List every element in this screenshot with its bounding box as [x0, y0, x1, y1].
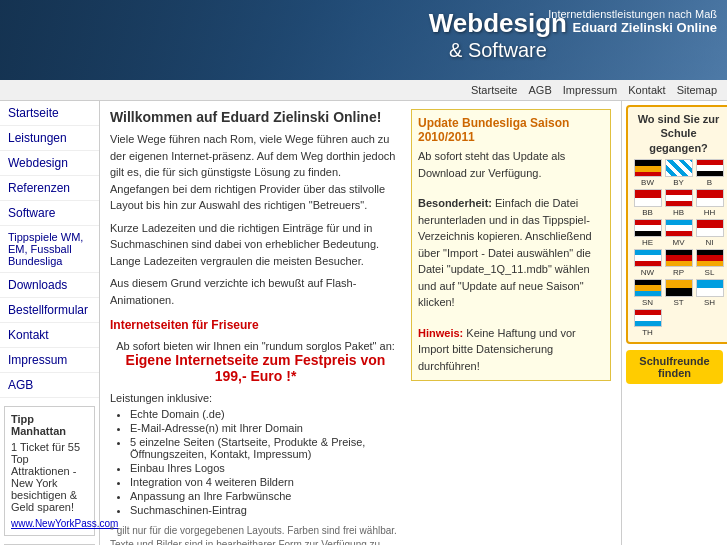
content-inner: Willkommen auf Eduard Zielinski Online! … [110, 109, 611, 545]
topnav-startseite[interactable]: Startseite [471, 84, 517, 96]
flag-label-sh: SH [704, 298, 715, 307]
flag-bb[interactable]: BB [633, 189, 662, 217]
flag-img-rp [665, 249, 693, 267]
flag-sn[interactable]: SN [633, 279, 662, 307]
flag-hb[interactable]: HB [664, 189, 693, 217]
sidebar-item-software[interactable]: Software [0, 201, 99, 226]
flag-he[interactable]: HE [633, 219, 662, 247]
info-line1: Internetdienstleistungen nach Maß [548, 8, 717, 20]
leistungen-title: Leistungen inklusive: [110, 392, 401, 404]
update-title: Update Bundesliga Saison 2010/2011 [418, 116, 604, 144]
flag-label-sl: SL [705, 268, 715, 277]
flag-label-ni: NI [706, 238, 714, 247]
sidebar-item-kontakt[interactable]: Kontakt [0, 323, 99, 348]
schule-question: Wo sind Sie zur Schule gegangen? [633, 112, 724, 155]
flag-img-th [634, 309, 662, 327]
topnav-agb[interactable]: AGB [529, 84, 552, 96]
friseure-section: Internetseiten für Friseure Ab sofort bi… [110, 318, 401, 545]
flag-img-bb [634, 189, 662, 207]
flag-th[interactable]: TH [633, 309, 662, 337]
flag-nw[interactable]: NW [633, 249, 662, 277]
disclaimer-text: * gilt nur für die vorgegebenen Layouts.… [110, 524, 401, 545]
sidebar-item-startseite[interactable]: Startseite [0, 101, 99, 126]
sidebar-item-impressum[interactable]: Impressum [0, 348, 99, 373]
sidebar-item-leistungen[interactable]: Leistungen [0, 126, 99, 151]
right-column: Wo sind Sie zur Schule gegangen? BW BY B… [622, 101, 727, 545]
besonderheit-text: Einfach die Datei herunterladen und in d… [418, 197, 592, 308]
flag-label-st: ST [673, 298, 683, 307]
flag-img-sl [696, 249, 724, 267]
sidebar-item-tippspiele[interactable]: Tippspiele WM, EM, Fussball Bundesliga [0, 226, 99, 273]
flag-img-bw [634, 159, 662, 177]
update-besonderheit: Besonderheit: Einfach die Datei herunter… [418, 195, 604, 311]
flag-img-st [665, 279, 693, 297]
flag-img-ni [696, 219, 724, 237]
welcome-heading: Willkommen auf Eduard Zielinski Online! [110, 109, 401, 125]
schule-box: Wo sind Sie zur Schule gegangen? BW BY B… [626, 105, 727, 344]
flag-label-hb: HB [673, 208, 684, 217]
flag-label-th: TH [642, 328, 653, 337]
flag-sh[interactable]: SH [695, 279, 724, 307]
header-info: Internetdienstleistungen nach Maß Eduard… [548, 8, 717, 35]
sidebar-item-bestellformular[interactable]: Bestellformular [0, 298, 99, 323]
flag-img-sh [696, 279, 724, 297]
flag-img-nw [634, 249, 662, 267]
flag-mv[interactable]: MV [664, 219, 693, 247]
flag-sl[interactable]: SL [695, 249, 724, 277]
flag-label-hh: HH [704, 208, 716, 217]
topnav-impressum[interactable]: Impressum [563, 84, 617, 96]
friseure-title: Internetseiten für Friseure [110, 318, 401, 332]
main-layout: Startseite Leistungen Webdesign Referenz… [0, 101, 727, 545]
top-navigation: Startseite AGB Impressum Kontakt Sitemap [0, 80, 727, 101]
friseure-intro: Ab sofort bieten wir Ihnen ein "rundum s… [110, 340, 401, 352]
content-left: Willkommen auf Eduard Zielinski Online! … [110, 109, 401, 545]
update-hinweis: Hinweis: Keine Haftung und vor Import bi… [418, 325, 604, 375]
flag-img-he [634, 219, 662, 237]
header: Webdesign & Software Internetdienstleist… [0, 0, 727, 80]
update-box: Update Bundesliga Saison 2010/2011 Ab so… [411, 109, 611, 381]
sidebar-item-agb[interactable]: AGB [0, 373, 99, 398]
title-line1: Webdesign [429, 8, 567, 39]
flag-label-b: B [707, 178, 712, 187]
flag-img-hh [696, 189, 724, 207]
flag-label-bw: BW [641, 178, 654, 187]
flag-img-by [665, 159, 693, 177]
sidebar-item-downloads[interactable]: Downloads [0, 273, 99, 298]
tipp-text: 1 Ticket für 55 Top Attraktionen - New Y… [11, 441, 88, 513]
friseure-price: Eigene Internetseite zum Festpreis von 1… [110, 352, 401, 384]
flag-b[interactable]: B [695, 159, 724, 187]
topnav-kontakt[interactable]: Kontakt [628, 84, 665, 96]
schulfreu-box[interactable]: Schulfreunde finden [626, 350, 723, 384]
flag-st[interactable]: ST [664, 279, 693, 307]
flag-label-rp: RP [673, 268, 684, 277]
info-line2: Eduard Zielinski Online [548, 20, 717, 35]
flag-by[interactable]: BY [664, 159, 693, 187]
list-item: Suchmaschinen-Eintrag [130, 504, 401, 516]
flag-rp[interactable]: RP [664, 249, 693, 277]
flag-img-b [696, 159, 724, 177]
flag-hh[interactable]: HH [695, 189, 724, 217]
list-item: Integration von 4 weiteren Bildern [130, 476, 401, 488]
schulfreu-label: Schulfreunde finden [639, 355, 709, 379]
list-item: Einbau Ihres Logos [130, 462, 401, 474]
title-line2: & Software [429, 39, 567, 62]
welcome-text: Viele Wege führen nach Rom, viele Wege f… [110, 131, 401, 308]
flag-label-he: HE [642, 238, 653, 247]
sidebar-item-webdesign[interactable]: Webdesign [0, 151, 99, 176]
list-item: Anpassung an Ihre Farbwünsche [130, 490, 401, 502]
welcome-para-2: Kurze Ladezeiten und die richtigen Eintr… [110, 220, 401, 270]
main-content: Willkommen auf Eduard Zielinski Online! … [100, 101, 622, 545]
topnav-sitemap[interactable]: Sitemap [677, 84, 717, 96]
site-title: Webdesign & Software [429, 8, 567, 62]
flag-bw[interactable]: BW [633, 159, 662, 187]
flag-ni[interactable]: NI [695, 219, 724, 247]
list-item: 5 einzelne Seiten (Startseite, Produkte … [130, 436, 401, 460]
hinweis-label: Hinweis: [418, 327, 463, 339]
sidebar-item-referenzen[interactable]: Referenzen [0, 176, 99, 201]
friseure-offer: Ab sofort bieten wir Ihnen ein "rundum s… [110, 340, 401, 384]
list-item: E-Mail-Adresse(n) mit Ihrer Domain [130, 422, 401, 434]
flag-img-hb [665, 189, 693, 207]
flag-label-by: BY [673, 178, 684, 187]
leistungen-list: Echte Domain (.de) E-Mail-Adresse(n) mit… [110, 408, 401, 516]
flag-label-mv: MV [673, 238, 685, 247]
